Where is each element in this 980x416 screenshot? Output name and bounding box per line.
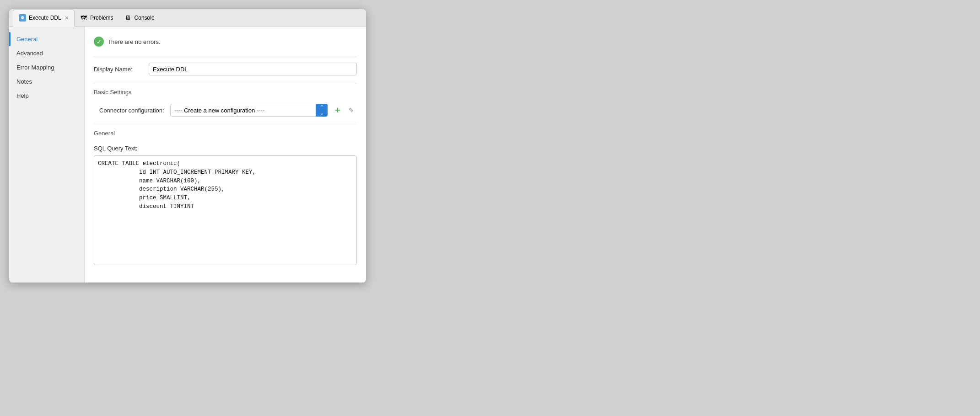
edit-configuration-button[interactable]: ✎ xyxy=(346,105,357,116)
main-content: General Advanced Error Mapping Notes Hel… xyxy=(9,27,366,283)
sidebar-item-advanced[interactable]: Advanced xyxy=(9,46,84,60)
connector-actions: + ✎ xyxy=(332,105,357,116)
display-name-label: Display Name: xyxy=(94,66,144,73)
sidebar-notes-label: Notes xyxy=(16,78,32,85)
tab-bar: ⚙ Execute DDL × 🗺 Problems 🖥 Console xyxy=(9,9,366,27)
sidebar-item-general[interactable]: General xyxy=(9,32,84,46)
connector-row: Connector configuration: ---- Create a n… xyxy=(94,104,357,117)
sidebar-help-label: Help xyxy=(16,92,29,99)
basic-settings-header: Basic Settings xyxy=(94,89,357,97)
general-section: General SQL Query Text: CREATE TABLE ele… xyxy=(94,130,357,267)
sidebar-general-label: General xyxy=(16,36,38,43)
sidebar-item-help[interactable]: Help xyxy=(9,89,84,103)
divider-3 xyxy=(94,124,357,124)
connector-select-wrapper: ---- Create a new configuration ---- ⌃⌄ xyxy=(170,104,328,117)
content-panel: ✓ There are no errors. Display Name: Bas… xyxy=(85,27,366,283)
status-bar: ✓ There are no errors. xyxy=(94,34,357,49)
sql-query-textarea[interactable]: CREATE TABLE electronic( id INT AUTO_INC… xyxy=(94,155,357,265)
divider-1 xyxy=(94,57,357,57)
problems-icon: 🗺 xyxy=(80,14,87,21)
tab-execute-ddl[interactable]: ⚙ Execute DDL × xyxy=(13,9,75,27)
sidebar-error-mapping-label: Error Mapping xyxy=(16,64,54,71)
sidebar: General Advanced Error Mapping Notes Hel… xyxy=(9,27,85,283)
tab-problems[interactable]: 🗺 Problems xyxy=(75,9,119,27)
tab-problems-label: Problems xyxy=(90,15,113,21)
tab-console[interactable]: 🖥 Console xyxy=(119,9,160,27)
display-name-row: Display Name: xyxy=(94,63,357,75)
close-tab-button[interactable]: × xyxy=(65,14,69,21)
connector-label: Connector configuration: xyxy=(99,107,166,114)
console-icon: 🖥 xyxy=(124,14,132,21)
success-icon: ✓ xyxy=(94,37,104,47)
sql-label: SQL Query Text: xyxy=(94,145,357,152)
status-text: There are no errors. xyxy=(108,38,161,45)
database-icon: ⚙ xyxy=(19,14,26,21)
sidebar-item-error-mapping[interactable]: Error Mapping xyxy=(9,60,84,75)
sidebar-item-notes[interactable]: Notes xyxy=(9,75,84,89)
tab-execute-ddl-label: Execute DDL xyxy=(29,15,61,21)
divider-2 xyxy=(94,83,357,83)
connector-select[interactable]: ---- Create a new configuration ---- xyxy=(170,104,328,117)
tab-console-label: Console xyxy=(135,15,155,21)
add-configuration-button[interactable]: + xyxy=(332,105,343,116)
display-name-input[interactable] xyxy=(149,63,357,75)
general-section-header: General xyxy=(94,130,357,139)
sidebar-advanced-label: Advanced xyxy=(16,50,43,57)
main-window: ⚙ Execute DDL × 🗺 Problems 🖥 Console Gen… xyxy=(9,9,366,283)
